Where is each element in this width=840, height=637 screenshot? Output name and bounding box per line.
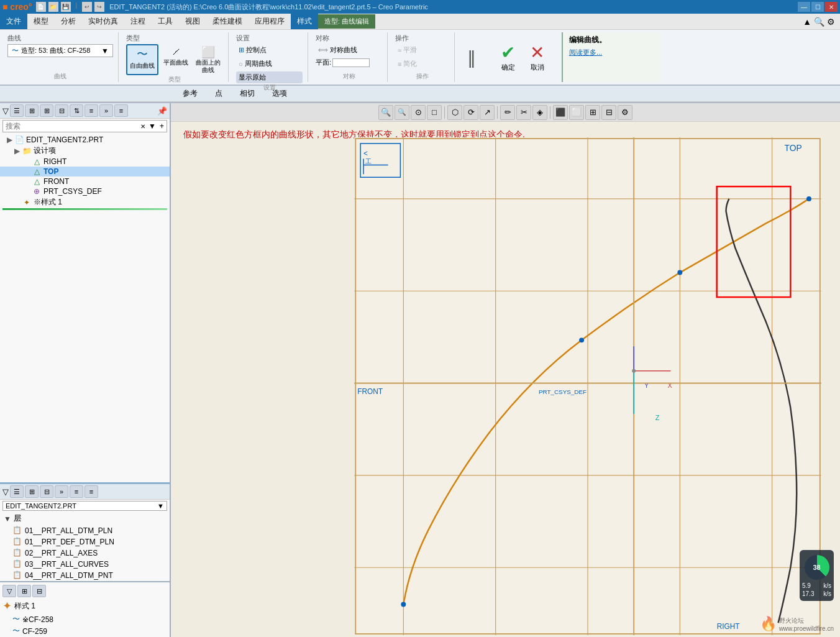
pause-button[interactable]: ‖ (467, 47, 476, 68)
nav-up-icon[interactable]: ▲ (803, 17, 811, 27)
menu-simulation[interactable]: 实时仿真 (82, 14, 124, 29)
tree-design-items[interactable]: ▶ 📁 设计项 (0, 145, 170, 157)
free-curve-button[interactable]: 〜 自由曲线 (126, 44, 158, 75)
search-clear[interactable]: ✕ (139, 123, 147, 130)
close-button[interactable]: ✕ (825, 2, 838, 12)
section-btn[interactable]: ⊟ (601, 105, 616, 120)
bottom-filter-icon[interactable]: ▽ (2, 487, 9, 497)
viewport[interactable]: 🔍 🔍 ⊙ □ ⬡ ⟳ ↗ ✏ ✂ ◈ ⬛ ⬜ ⊞ ⊟ ⚙ 假如要改变红色方框内… (171, 103, 840, 637)
sidebar-filter-icon[interactable]: ▽ (2, 106, 9, 116)
view3d-btn[interactable]: ↗ (480, 105, 495, 120)
sidebar-list-btn[interactable]: ☰ (10, 104, 24, 117)
sidebar-collapse-btn[interactable]: ⊟ (55, 104, 68, 117)
main-canvas[interactable]: TOP FRONT RIGHT PRT_CSYS_DEF X Y Z < (339, 137, 837, 635)
search-dropdown[interactable]: ▼ (147, 122, 157, 131)
surface-curve-button[interactable]: ⬜ 曲面上的曲线 (193, 44, 223, 75)
layer-02-axes[interactable]: 📋 02__PRT_ALL_AXES (0, 548, 170, 559)
bottom-expand-btn[interactable]: ⊞ (25, 485, 39, 498)
layer-04-pnt[interactable]: 📋 04__PRT_ALL_DTM_PNT (0, 570, 170, 581)
bottom-list-btn[interactable]: ☰ (10, 485, 24, 498)
settings-icon[interactable]: ⚙ (827, 17, 835, 27)
menu-apps[interactable]: 应用程序 (249, 14, 291, 29)
menu-curve-edit[interactable]: 造型: 曲线编辑 (318, 14, 375, 29)
feature-cf259[interactable]: 〜 CF-259 (0, 625, 170, 637)
layer-01-def-dtm[interactable]: 📋 01__PRT_DEF_DTM_PLN (0, 536, 170, 548)
pan-btn[interactable]: ⬡ (447, 105, 462, 120)
new-icon[interactable]: 📄 (36, 2, 46, 12)
tree-style1[interactable]: ✦ ※样式 1 (0, 196, 170, 208)
cp4[interactable] (806, 196, 811, 201)
fit-btn[interactable]: ⊙ (411, 105, 426, 120)
menu-view[interactable]: 视图 (179, 14, 206, 29)
tree-right[interactable]: △ RIGHT (0, 157, 170, 167)
search-input[interactable] (3, 121, 139, 132)
periodic-curve-button[interactable]: ○ 周期曲线 (236, 58, 303, 70)
bottom-more-btn[interactable]: » (55, 485, 68, 498)
sidebar-extra-btn[interactable]: ≡ (114, 104, 128, 117)
control-points-button[interactable]: ⊞ 控制点 (236, 44, 303, 56)
sidebar-grid-btn[interactable]: ⊞ (25, 104, 39, 117)
feat-tb-2[interactable]: ⊞ (17, 585, 31, 597)
menu-file[interactable]: 文件 (0, 14, 27, 29)
menu-annotation[interactable]: 注程 (124, 14, 152, 29)
sidebar-pin-icon[interactable]: 📌 (157, 106, 167, 116)
menu-style[interactable]: 样式 (291, 14, 318, 29)
search-icon[interactable]: 🔍 (814, 17, 824, 27)
sidebar-settings-btn[interactable]: ≡ (84, 104, 98, 117)
sidebar-more-btn[interactable]: » (99, 104, 113, 117)
grid-btn[interactable]: ⊞ (585, 105, 600, 120)
wireframe-btn[interactable]: ⬜ (569, 105, 584, 120)
ok-button[interactable]: ✔ 确定 (496, 40, 520, 75)
cut-btn[interactable]: ✂ (516, 105, 531, 120)
menu-tools[interactable]: 工具 (152, 14, 179, 29)
features-root[interactable]: ✦ 样式 1 (0, 598, 170, 613)
symmetric-curve-button[interactable]: ⟺ 对称曲线 (316, 44, 382, 56)
read-more-link[interactable]: 阅读更多... (569, 48, 655, 57)
rotate-btn[interactable]: ⟳ (463, 105, 478, 120)
rect-zoom-btn[interactable]: □ (427, 105, 442, 120)
layer-01-all-dtm[interactable]: 📋 01__PRT_ALL_DTM_PLN (0, 525, 170, 536)
plane-input[interactable] (332, 58, 370, 67)
tree-expand[interactable]: ▶ (5, 135, 14, 144)
tree-csys[interactable]: ⊕ PRT_CSYS_DEF (0, 186, 170, 196)
curve-selector[interactable]: 〜 造型: 53: 曲线: CF-258 ▼ (7, 44, 113, 57)
cp2[interactable] (579, 337, 584, 342)
tree-front[interactable]: △ FRONT (0, 176, 170, 186)
bottom-extra2-btn[interactable]: ≡ (84, 485, 98, 498)
feat-tb-3[interactable]: ⊟ (32, 585, 46, 597)
show-original-button[interactable]: 显示原始 (236, 71, 303, 83)
tab-reference[interactable]: 参考 (174, 86, 206, 101)
cp3[interactable] (677, 270, 682, 275)
smooth-button[interactable]: ≈ 平滑 (395, 44, 449, 56)
sidebar-expand-btn[interactable]: ⊞ (40, 104, 53, 117)
feat-tb-1[interactable]: ▽ (2, 585, 16, 597)
layers-expand-icon[interactable]: ▼ (4, 515, 11, 523)
menu-analysis[interactable]: 分析 (55, 14, 82, 29)
shading-btn[interactable]: ⬛ (553, 105, 568, 120)
maximize-button[interactable]: ☐ (811, 2, 824, 12)
undo-icon[interactable]: ↩ (82, 2, 92, 12)
save-icon[interactable]: 💾 (61, 2, 71, 12)
cp1[interactable] (401, 602, 406, 607)
bottom-extra-btn[interactable]: ≡ (70, 485, 83, 498)
tree-root[interactable]: ▶ 📄 EDIT_TANGENT2.PRT (0, 135, 170, 145)
menu-model[interactable]: 模型 (27, 14, 55, 29)
simplify-button[interactable]: ≡ 简化 (395, 58, 449, 70)
zoom-in-btn[interactable]: 🔍 (378, 105, 393, 120)
planar-curve-button[interactable]: ⟋ 平面曲线 (161, 44, 191, 75)
zoom-out-btn[interactable]: 🔍 (395, 105, 409, 120)
draw-btn[interactable]: ✏ (500, 105, 515, 120)
feature-cf258[interactable]: 〜 ※CF-258 (0, 613, 170, 625)
tree-top[interactable]: △ TOP (0, 167, 170, 176)
tree-expand-design[interactable]: ▶ (12, 147, 21, 155)
minimize-button[interactable]: — (798, 2, 810, 12)
settings-vp-btn[interactable]: ⚙ (618, 105, 632, 120)
tab-points[interactable]: 点 (206, 86, 231, 101)
sidebar-sort-btn[interactable]: ⇅ (70, 104, 83, 117)
copy-btn[interactable]: ◈ (532, 105, 547, 120)
canvas-container[interactable]: TOP FRONT RIGHT PRT_CSYS_DEF X Y Z < (339, 137, 837, 635)
redo-icon[interactable]: ↪ (94, 2, 104, 12)
path-dropdown[interactable]: ▼ (157, 502, 164, 510)
cancel-button[interactable]: ✕ 取消 (525, 40, 549, 75)
open-icon[interactable]: 📁 (48, 2, 58, 12)
